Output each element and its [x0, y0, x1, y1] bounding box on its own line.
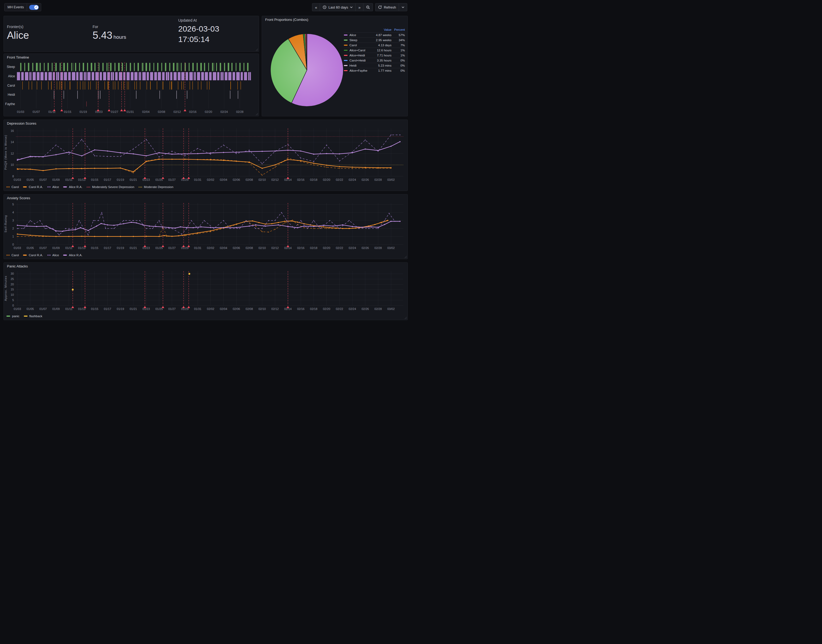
timeline-bar-Sleep[interactable]	[36, 63, 37, 71]
timeline-bar-Alice[interactable]	[205, 72, 208, 81]
timeline-bar-Alice[interactable]	[201, 72, 204, 81]
timeline-bar-Sleep[interactable]	[224, 63, 225, 71]
timeline-bar-Carol[interactable]	[198, 81, 198, 90]
timeline-bar-Heidi[interactable]	[230, 90, 230, 99]
timeline-bar-Alice[interactable]	[166, 72, 167, 81]
annotation-marker[interactable]	[60, 109, 63, 111]
timeline-bar-Sleep[interactable]	[177, 63, 178, 71]
timeline-bar-Sleep[interactable]	[142, 63, 143, 71]
timeline-bar-Sleep[interactable]	[153, 63, 154, 71]
timeline-bar-Carol[interactable]	[88, 81, 89, 90]
timeline-bar-Sleep[interactable]	[25, 63, 25, 71]
timeline-bar-Carol[interactable]	[115, 81, 115, 90]
series-line-Alice R.A.[interactable]	[17, 221, 400, 232]
annotation-marker[interactable]	[184, 109, 186, 111]
timeline-bar-Sleep[interactable]	[130, 63, 131, 71]
timeline-bar-Sleep[interactable]	[103, 63, 104, 71]
timeline-bar-Alice[interactable]	[232, 72, 235, 81]
annotation-marker[interactable]	[144, 245, 146, 247]
timeline-bar-Heidi[interactable]	[136, 90, 137, 99]
timeline-bar-Carol[interactable]	[59, 81, 60, 90]
timeline-chart[interactable]: 01/0301/0701/1101/1501/1901/2301/2701/31…	[4, 60, 258, 115]
timeline-bar-Sleep[interactable]	[52, 63, 52, 71]
timeline-canvas[interactable]: 01/0301/0701/1101/1501/1901/2301/2701/31…	[4, 60, 258, 115]
timeline-bar-Sleep[interactable]	[63, 63, 65, 71]
annotation-marker[interactable]	[71, 177, 74, 179]
flashback-point[interactable]	[188, 273, 190, 274]
series-line-Alice[interactable]	[17, 135, 400, 164]
timeline-bar-Alice[interactable]	[119, 72, 122, 81]
timeline-bar-Alice[interactable]	[168, 72, 169, 81]
timeline-bar-Alice[interactable]	[92, 72, 94, 81]
timeline-bar-Carol[interactable]	[83, 81, 83, 90]
timeline-bar-Sleep[interactable]	[157, 63, 158, 71]
panel-title[interactable]: Front Proportions (Combos)	[265, 18, 308, 21]
timeline-bar-Carol[interactable]	[237, 81, 238, 90]
timeline-bar-Carol[interactable]	[128, 81, 129, 90]
timeline-bar-Sleep[interactable]	[184, 63, 186, 71]
timeline-bar-Sleep[interactable]	[143, 63, 144, 71]
timeline-bar-Alice[interactable]	[48, 72, 52, 81]
panel-title[interactable]: Anxiety Scores	[7, 196, 30, 200]
timeline-bar-Carol[interactable]	[113, 81, 113, 90]
timeline-bar-Sleep[interactable]	[181, 63, 182, 71]
annotation-marker[interactable]	[84, 245, 86, 247]
timeline-bar-Alice[interactable]	[162, 72, 164, 81]
timeline-bar-Heidi[interactable]	[187, 90, 187, 99]
timeline-bar-Carol[interactable]	[41, 81, 42, 90]
timeline-bar-Sleep[interactable]	[83, 63, 84, 71]
annotation-marker[interactable]	[187, 245, 190, 247]
timeline-bar-Sleep[interactable]	[208, 63, 209, 71]
annotation-marker[interactable]	[71, 306, 74, 308]
timeline-bar-Carol[interactable]	[57, 81, 57, 90]
timeline-bar-Alice[interactable]	[142, 72, 146, 81]
timeline-bar-Alice[interactable]	[174, 72, 177, 81]
timeline-bar-Carol[interactable]	[127, 81, 128, 90]
timeline-bar-Carol[interactable]	[190, 81, 190, 90]
pie-legend-row-Carol+Heidi[interactable]: Carol+Heidi3.35 hours0%	[344, 58, 405, 63]
timeline-bar-Alice[interactable]	[103, 72, 106, 81]
timeline-bar-Carol[interactable]	[32, 81, 32, 90]
chart-canvas[interactable]: 01/0301/0501/0701/0901/1101/1301/1501/17…	[4, 270, 407, 312]
annotation-marker[interactable]	[84, 306, 86, 308]
timeline-bar-Alice[interactable]	[76, 72, 78, 81]
legend-item-panic[interactable]: panic	[6, 314, 20, 318]
timeline-bar-Alice[interactable]	[25, 72, 28, 81]
timeline-bar-Alice[interactable]	[64, 72, 67, 81]
timeline-bar-Sleep[interactable]	[38, 63, 38, 71]
timeline-bar-Alice[interactable]	[189, 72, 193, 81]
timeline-bar-Alice[interactable]	[181, 72, 184, 81]
timeline-bar-Carol[interactable]	[118, 81, 118, 90]
annotation-marker[interactable]	[84, 177, 86, 179]
timeline-bar-Alice[interactable]	[127, 72, 129, 81]
timeline-bar-Alice[interactable]	[186, 72, 188, 81]
chart-canvas[interactable]: 01/0301/0501/0701/0901/1101/1301/1501/17…	[4, 127, 407, 183]
legend-item-Moderately Severe Depression[interactable]: Moderately Severe Depression	[87, 186, 134, 189]
annotation-marker[interactable]	[123, 109, 126, 111]
zoom-out-button[interactable]	[363, 3, 373, 11]
timeline-bar-Alice[interactable]	[170, 72, 172, 81]
timeline-bar-Alice[interactable]	[100, 72, 102, 81]
timeline-bar-Sleep[interactable]	[40, 63, 41, 71]
legend-item-Carol R.A.[interactable]: Carol R.A.	[23, 186, 43, 189]
legend-item-Alice[interactable]: Alice	[48, 186, 59, 189]
annotation-marker[interactable]	[182, 177, 185, 179]
series-line-Carol R.A.[interactable]	[17, 159, 391, 172]
time-shift-forward-button[interactable]: »	[356, 3, 363, 11]
timeline-bar-Alice[interactable]	[220, 72, 222, 81]
timeline-bar-Alice[interactable]	[33, 72, 35, 81]
timeline-bar-Carol[interactable]	[70, 81, 71, 90]
pie-legend-row-Alice[interactable]: Alice4.87 weeks57%	[344, 32, 405, 37]
timeline-bar-Alice[interactable]	[95, 72, 99, 81]
panel-title[interactable]: Panic Attacks	[7, 264, 28, 268]
timeline-bar-Heidi[interactable]	[100, 90, 100, 99]
timeline-bar-Sleep[interactable]	[173, 63, 174, 71]
annotation-marker[interactable]	[71, 245, 74, 247]
timeline-bar-Carol[interactable]	[90, 81, 91, 90]
legend-item-Carol R.A.[interactable]: Carol R.A.	[23, 253, 43, 257]
timeline-bar-Alice[interactable]	[236, 72, 240, 81]
timeline-bar-Sleep[interactable]	[236, 63, 237, 71]
timeline-bar-Sleep[interactable]	[48, 63, 49, 71]
timeline-bar-Sleep[interactable]	[228, 63, 229, 71]
timeline-bar-Carol[interactable]	[62, 81, 62, 90]
